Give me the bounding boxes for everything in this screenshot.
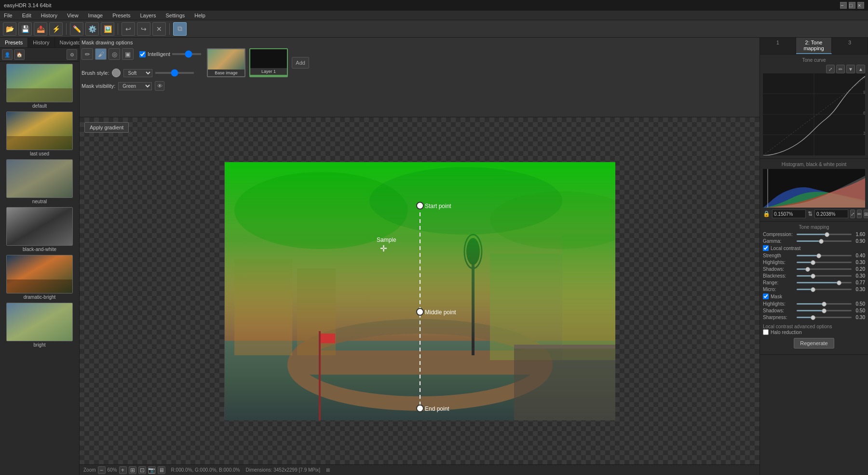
menu-settings[interactable]: Settings: [164, 13, 187, 18]
mask-layers-row: Base image Layer 1 Add: [207, 48, 309, 77]
brush-style-dropdown[interactable]: Soft Hard: [123, 69, 152, 77]
mask-checkbox[interactable]: [763, 293, 769, 299]
histogram-copy-icon[interactable]: ⊞: [864, 210, 868, 218]
expand-icon[interactable]: ⤢: [826, 65, 835, 73]
layers-button[interactable]: ⧉: [173, 22, 187, 36]
gamma-slider[interactable]: [797, 240, 852, 242]
menu-image[interactable]: Image: [86, 13, 105, 18]
menu-help[interactable]: Help: [192, 13, 207, 18]
zoom-out-button[interactable]: −: [98, 466, 106, 474]
gamma-value: 0.90: [852, 238, 865, 244]
svg-text:End point: End point: [425, 405, 449, 412]
monitor-button[interactable]: 🖥: [158, 466, 165, 474]
settings-button[interactable]: ⚙️: [85, 22, 99, 36]
app-title: easyHDR 3.14 64bit: [4, 2, 840, 8]
svg-rect-5: [7, 208, 73, 246]
list-item[interactable]: black-and-white: [2, 207, 77, 252]
micro-value: 0.30: [852, 287, 865, 292]
tab-tone-mapping[interactable]: 2: Tone mapping: [796, 38, 832, 54]
undo-button[interactable]: ↩: [122, 22, 135, 36]
histogram-expand-icon[interactable]: ⤢: [850, 210, 855, 218]
blackness-slider[interactable]: [797, 275, 852, 277]
export-button[interactable]: 📤: [34, 22, 47, 36]
add-layer-button[interactable]: Add: [292, 57, 309, 69]
mask-highlights-slider[interactable]: [797, 303, 852, 305]
compression-row: Compression: 1.60: [763, 232, 865, 237]
list-item[interactable]: bright: [2, 303, 77, 348]
menu-layers[interactable]: Layers: [138, 13, 158, 18]
lock2-icon: ⇅: [808, 210, 813, 217]
view-button[interactable]: 🖼️: [101, 22, 114, 36]
preset-gear-icon[interactable]: ⚙: [67, 49, 77, 60]
mask-circle-tool[interactable]: ◎: [108, 48, 120, 60]
menu-history[interactable]: History: [39, 13, 59, 18]
mask-shadows-slider[interactable]: [797, 310, 852, 311]
mask-rect-tool[interactable]: ▣: [122, 48, 134, 60]
white-point-input[interactable]: [814, 210, 848, 218]
histogram-edit-icon[interactable]: ✏: [857, 210, 862, 218]
save-button[interactable]: 💾: [18, 22, 32, 36]
tab-3[interactable]: 3: [832, 38, 868, 54]
up-icon[interactable]: ▲: [856, 65, 865, 73]
intelligent-slider[interactable]: [172, 53, 201, 55]
regenerate-button[interactable]: Regenerate: [794, 338, 834, 349]
list-item[interactable]: dramatic-bright: [2, 255, 77, 300]
list-item[interactable]: last used: [2, 112, 77, 156]
menu-file[interactable]: File: [2, 13, 14, 18]
gamma-row: Gamma: 0.90: [763, 238, 865, 244]
batch-button[interactable]: ⚡: [49, 22, 63, 36]
preset-home-icon[interactable]: 🏠: [14, 49, 25, 60]
mask-shadows-label: Shadows:: [763, 308, 797, 313]
tab-history[interactable]: History: [28, 38, 54, 47]
sharpness-value: 0.30: [852, 315, 865, 320]
local-contrast-checkbox[interactable]: [763, 245, 769, 251]
highlights-slider[interactable]: [797, 262, 852, 263]
minimize-button[interactable]: −: [840, 2, 847, 9]
preset-user-icon[interactable]: 👤: [2, 49, 13, 60]
zoom-actual-button[interactable]: ⊡: [138, 466, 146, 474]
clear-button[interactable]: ✕: [152, 22, 166, 36]
halo-reduction-checkbox[interactable]: [763, 329, 769, 335]
micro-slider[interactable]: [797, 289, 852, 290]
mask-visibility-dropdown[interactable]: Green Red Blue: [118, 82, 152, 90]
strength-slider[interactable]: [797, 255, 852, 256]
status-bar: Zoom − 60% + ⊞ ⊡ 📷 🖥 R:000.0%, G:000.0%,…: [80, 464, 760, 475]
strength-value: 0.40: [852, 253, 865, 258]
file-open-button[interactable]: 📂: [3, 22, 16, 36]
mask-brush-tool[interactable]: 🖌: [95, 48, 107, 60]
brush-tool-button[interactable]: ✏️: [70, 22, 83, 36]
redo-button[interactable]: ↪: [137, 22, 150, 36]
capture-button[interactable]: 📷: [148, 466, 156, 474]
brush-size-slider[interactable]: [155, 72, 194, 74]
layer-base-thumb[interactable]: Base image: [207, 48, 245, 77]
close-button[interactable]: ×: [857, 2, 864, 9]
list-item[interactable]: neutral: [2, 159, 77, 204]
canvas-svg: Sample ✛ Start point Middle point End po…: [225, 162, 615, 420]
lock-icon[interactable]: 🔒: [763, 210, 770, 217]
tab-presets[interactable]: Presets: [0, 38, 28, 47]
tab-1[interactable]: 1: [760, 38, 796, 54]
zoom-in-button[interactable]: +: [119, 466, 127, 474]
down-icon[interactable]: ▼: [846, 65, 855, 73]
layer-1-image: [250, 49, 287, 68]
intelligent-checkbox[interactable]: [139, 51, 146, 57]
menu-edit[interactable]: Edit: [20, 13, 33, 18]
black-point-input[interactable]: [772, 210, 806, 218]
mask-highlights-row: Highlights: 0.50: [763, 301, 865, 307]
eye-toggle-button[interactable]: 👁: [155, 81, 164, 91]
edit-curve-icon[interactable]: ✏: [836, 65, 845, 73]
maximize-button[interactable]: □: [849, 2, 855, 9]
toolbar: 📂 💾 📤 ⚡ ✏️ ⚙️ 🖼️ ↩ ↪ ✕ ⧉: [0, 20, 868, 38]
zoom-fit-button[interactable]: ⊞: [129, 466, 136, 474]
list-item[interactable]: default: [2, 64, 77, 109]
range-slider[interactable]: [797, 282, 852, 283]
menu-view[interactable]: View: [65, 13, 81, 18]
apply-gradient-button[interactable]: Apply gradient: [84, 122, 129, 133]
sharpness-slider[interactable]: [797, 317, 852, 318]
layer-1-thumb[interactable]: Layer 1: [249, 48, 288, 77]
compression-slider[interactable]: [797, 234, 852, 235]
preset-tabs: Presets History Navigator: [0, 38, 79, 48]
shadows-slider[interactable]: [797, 268, 852, 270]
mask-pencil-tool[interactable]: ✏: [81, 48, 93, 60]
menu-presets[interactable]: Presets: [110, 13, 132, 18]
